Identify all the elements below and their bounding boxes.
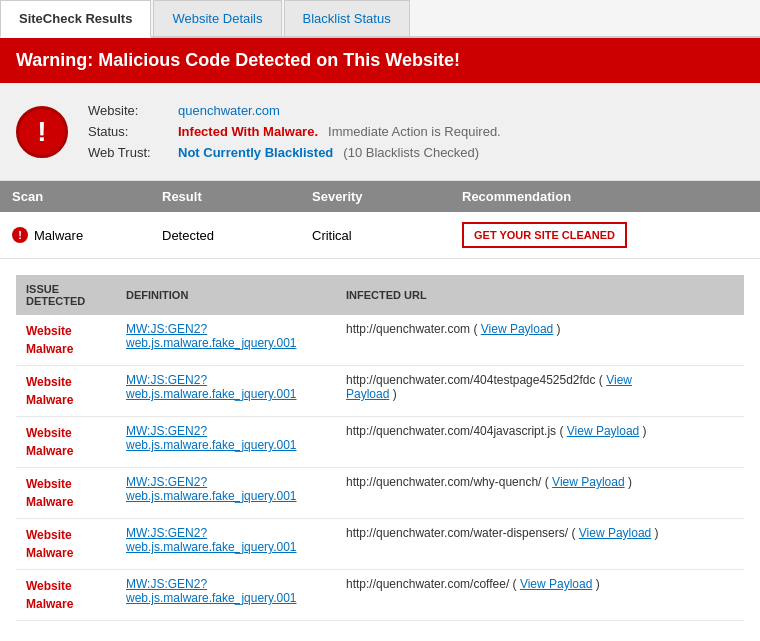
tab-sitecheck[interactable]: SiteCheck Results [0,0,151,38]
status-value-gray: Immediate Action is Required. [328,124,501,139]
tab-sitecheck-label: SiteCheck Results [19,11,132,26]
issues-table-row: WebsiteMalwareMW:JS:GEN2?web.js.malware.… [16,366,744,417]
scan-table: Scan Result Severity Recommendation ! Ma… [0,181,760,259]
severity-col-header: Severity [300,181,450,212]
clean-site-button[interactable]: GET YOUR SITE CLEANED [462,222,627,248]
issue-col-header: ISSUE DETECTED [16,275,116,315]
issues-section: ISSUE DETECTED DEFINITION INFECTED URL W… [0,259,760,637]
malware-text: Malware [34,228,83,243]
issue-text: WebsiteMalware [26,324,73,356]
recommendation-col-header: Recommendation [450,181,760,212]
scan-table-header-row: Scan Result Severity Recommendation [0,181,760,212]
tab-bar: SiteCheck Results Website Details Blackl… [0,0,760,38]
webtrust-row: Web Trust: Not Currently Blacklisted (10… [88,145,501,160]
webtrust-value-blue: Not Currently Blacklisted [178,145,333,160]
url-cell: http://quenchwater.com/404testpage4525d2… [336,366,744,417]
issue-text: WebsiteMalware [26,375,73,407]
view-payload-link[interactable]: ViewPayload [346,373,632,401]
issue-cell: WebsiteMalware [16,417,116,468]
url-text: http://quenchwater.com ( View Payload ) [346,322,561,336]
url-text: http://quenchwater.com/coffee/ ( View Pa… [346,577,600,591]
website-label: Website: [88,103,168,118]
issues-table-row: WebsiteMalwareMW:JS:GEN2?web.js.malware.… [16,570,744,621]
issues-table-row: WebsiteMalwareMW:JS:GEN2?web.js.malware.… [16,417,744,468]
url-cell: http://quenchwater.com ( View Payload ) [336,315,744,366]
issue-cell: WebsiteMalware [16,366,116,417]
url-text: http://quenchwater.com/404testpage4525d2… [346,373,632,401]
issues-header-row: ISSUE DETECTED DEFINITION INFECTED URL [16,275,744,315]
tab-blacklist-status[interactable]: Blacklist Status [284,0,410,36]
definition-link[interactable]: MW:JS:GEN2?web.js.malware.fake_jquery.00… [126,322,297,350]
url-text: http://quenchwater.com/water-dispensers/… [346,526,659,540]
issues-table-row: WebsiteMalwareMW:JS:GEN2?web.js.malware.… [16,468,744,519]
tab-blacklist-status-label: Blacklist Status [303,11,391,26]
issue-text: WebsiteMalware [26,528,73,560]
view-payload-link[interactable]: View Payload [579,526,652,540]
issues-table-row: WebsiteMalwareMW:JS:GEN2?web.js.malware.… [16,315,744,366]
definition-cell: MW:JS:GEN2?web.js.malware.fake_jquery.00… [116,570,336,621]
issue-cell: WebsiteMalware [16,468,116,519]
issue-text: WebsiteMalware [26,426,73,458]
url-text: http://quenchwater.com/404javascript.js … [346,424,647,438]
webtrust-label: Web Trust: [88,145,168,160]
site-details: Website: quenchwater.com Status: Infecte… [88,103,501,160]
url-col-header: INFECTED URL [336,275,744,315]
scan-table-row: ! Malware Detected Critical GET YOUR SIT… [0,212,760,259]
definition-cell: MW:JS:GEN2?web.js.malware.fake_jquery.00… [116,366,336,417]
scan-cell: ! Malware [0,212,150,259]
view-payload-link[interactable]: View Payload [552,475,625,489]
url-text: http://quenchwater.com/why-quench/ ( Vie… [346,475,632,489]
definition-link[interactable]: MW:JS:GEN2?web.js.malware.fake_jquery.00… [126,424,297,452]
tab-website-details[interactable]: Website Details [153,0,281,36]
definition-cell: MW:JS:GEN2?web.js.malware.fake_jquery.00… [116,468,336,519]
result-cell: Detected [150,212,300,259]
issues-table: ISSUE DETECTED DEFINITION INFECTED URL W… [16,275,744,621]
view-payload-link[interactable]: View Payload [481,322,554,336]
severity-cell: Critical [300,212,450,259]
issue-text: WebsiteMalware [26,579,73,611]
recommendation-cell: GET YOUR SITE CLEANED [450,212,760,259]
issue-cell: WebsiteMalware [16,315,116,366]
site-info-section: ! Website: quenchwater.com Status: Infec… [0,83,760,181]
website-value[interactable]: quenchwater.com [178,103,280,118]
url-cell: http://quenchwater.com/coffee/ ( View Pa… [336,570,744,621]
url-cell: http://quenchwater.com/why-quench/ ( Vie… [336,468,744,519]
status-value-red: Infected With Malware. [178,124,318,139]
result-col-header: Result [150,181,300,212]
url-cell: http://quenchwater.com/404javascript.js … [336,417,744,468]
alert-icon: ! [16,106,68,158]
website-row: Website: quenchwater.com [88,103,501,118]
warning-banner: Warning: Malicious Code Detected on This… [0,38,760,83]
status-row: Status: Infected With Malware. Immediate… [88,124,501,139]
definition-link[interactable]: MW:JS:GEN2?web.js.malware.fake_jquery.00… [126,475,297,503]
definition-link[interactable]: MW:JS:GEN2?web.js.malware.fake_jquery.00… [126,577,297,605]
issue-cell: WebsiteMalware [16,570,116,621]
issue-cell: WebsiteMalware [16,519,116,570]
definition-col-header: DEFINITION [116,275,336,315]
definition-link[interactable]: MW:JS:GEN2?web.js.malware.fake_jquery.00… [126,373,297,401]
scan-col-header: Scan [0,181,150,212]
definition-cell: MW:JS:GEN2?web.js.malware.fake_jquery.00… [116,315,336,366]
definition-cell: MW:JS:GEN2?web.js.malware.fake_jquery.00… [116,417,336,468]
warning-banner-text: Warning: Malicious Code Detected on This… [16,50,460,70]
issue-text: WebsiteMalware [26,477,73,509]
issues-table-row: WebsiteMalwareMW:JS:GEN2?web.js.malware.… [16,519,744,570]
tab-website-details-label: Website Details [172,11,262,26]
definition-link[interactable]: MW:JS:GEN2?web.js.malware.fake_jquery.00… [126,526,297,554]
malware-label: ! Malware [12,227,138,243]
url-cell: http://quenchwater.com/water-dispensers/… [336,519,744,570]
definition-cell: MW:JS:GEN2?web.js.malware.fake_jquery.00… [116,519,336,570]
malware-icon: ! [12,227,28,243]
view-payload-link[interactable]: View Payload [520,577,593,591]
view-payload-link[interactable]: View Payload [567,424,640,438]
issue-col-header-text: ISSUE DETECTED [26,283,85,307]
status-label: Status: [88,124,168,139]
webtrust-value-paren: (10 Blacklists Checked) [343,145,479,160]
